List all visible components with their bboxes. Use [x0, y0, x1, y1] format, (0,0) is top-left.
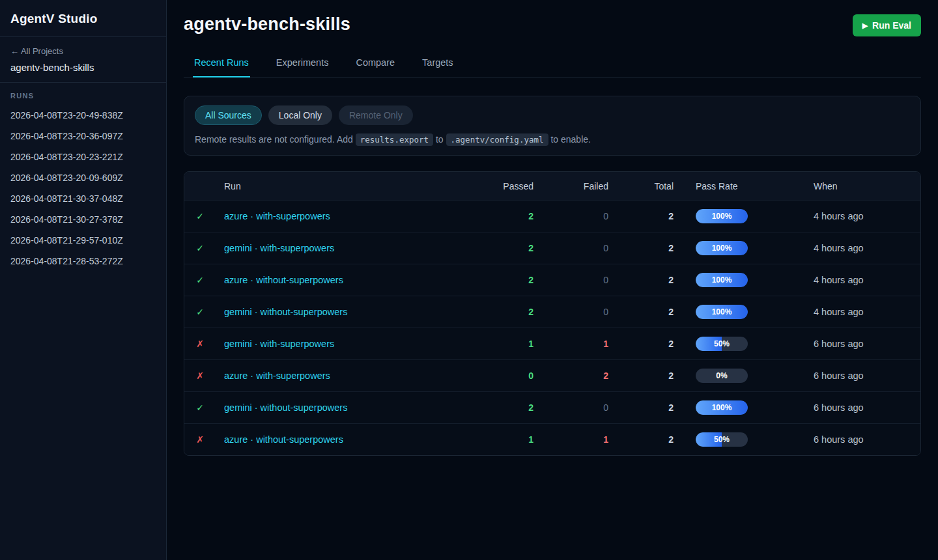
run-cell: gemini · without-superpowers [216, 306, 497, 318]
pass-rate-cell: 100% [696, 241, 814, 255]
sidebar-run-item[interactable]: 2026-04-08T23-20-36-097Z [0, 126, 166, 147]
table-row: ✗gemini · with-superpowers11250%6 hours … [184, 328, 920, 359]
when-cell: 4 hours ago [814, 211, 920, 221]
pass-rate-cell: 100% [696, 305, 814, 319]
sidebar-run-item[interactable]: 2026-04-08T21-28-53-272Z [0, 251, 166, 272]
cross-icon: ✗ [184, 434, 216, 445]
pass-rate-label: 50% [696, 432, 748, 447]
main-header: agentv-bench-skills ▶ Run Eval [184, 14, 921, 36]
run-cell: azure · with-superpowers [216, 210, 497, 222]
total-count: 2 [631, 402, 696, 413]
column-header-when: When [814, 181, 920, 191]
column-header-pass-rate: Pass Rate [696, 181, 814, 191]
table-row: ✗azure · without-superpowers11250%6 hour… [184, 423, 920, 455]
column-header-run: Run [216, 181, 497, 191]
table-row: ✓azure · with-superpowers202100%4 hours … [184, 200, 920, 232]
runs-table-header: Run Passed Failed Total Pass Rate When [184, 172, 920, 200]
total-count: 2 [631, 243, 696, 253]
pass-rate-label: 100% [696, 400, 748, 415]
note-middle: to [436, 134, 444, 145]
run-link[interactable]: azure · without-superpowers [224, 275, 343, 285]
check-icon: ✓ [184, 211, 216, 221]
when-cell: 4 hours ago [814, 243, 920, 253]
passed-count: 1 [497, 339, 556, 349]
check-icon: ✓ [184, 275, 216, 285]
when-cell: 6 hours ago [814, 402, 920, 413]
project-block: ← All Projects agentv-bench-skills [0, 37, 166, 83]
filter-chip-all-sources[interactable]: All Sources [195, 105, 262, 125]
check-icon: ✓ [184, 243, 216, 253]
run-link[interactable]: gemini · with-superpowers [224, 243, 334, 253]
failed-count: 1 [556, 339, 631, 349]
passed-count: 2 [497, 211, 556, 221]
cross-icon: ✗ [184, 371, 216, 381]
sidebar-run-item[interactable]: 2026-04-08T23-20-49-838Z [0, 105, 166, 126]
pass-rate-cell: 0% [696, 369, 814, 383]
failed-count: 2 [556, 371, 631, 381]
run-cell: gemini · without-superpowers [216, 402, 497, 413]
pass-rate-label: 100% [696, 209, 748, 223]
failed-count: 0 [556, 243, 631, 253]
total-count: 2 [631, 339, 696, 349]
table-row: ✓gemini · without-superpowers202100%6 ho… [184, 391, 920, 423]
failed-count: 0 [556, 402, 631, 413]
note-code-config-yaml: .agentv/config.yaml [446, 133, 548, 146]
app-title: AgentV Studio [10, 12, 156, 26]
sidebar-run-item[interactable]: 2026-04-08T21-29-57-010Z [0, 230, 166, 251]
pass-rate-pill: 50% [696, 337, 748, 351]
tab-bar: Recent RunsExperimentsCompareTargets [184, 53, 921, 77]
total-count: 2 [631, 211, 696, 221]
when-cell: 4 hours ago [814, 307, 920, 317]
total-count: 2 [631, 307, 696, 317]
pass-rate-pill: 50% [696, 432, 748, 447]
pass-rate-cell: 100% [696, 400, 814, 415]
table-row: ✓gemini · without-superpowers202100%4 ho… [184, 296, 920, 328]
check-icon: ✓ [184, 307, 216, 317]
note-suffix: to enable. [550, 134, 591, 145]
run-cell: azure · without-superpowers [216, 434, 497, 445]
remote-config-note: Remote results are not configured. Add r… [195, 134, 910, 145]
sidebar-run-item[interactable]: 2026-04-08T21-30-37-048Z [0, 188, 166, 209]
total-count: 2 [631, 371, 696, 381]
passed-count: 2 [497, 275, 556, 285]
run-link[interactable]: gemini · without-superpowers [224, 307, 347, 317]
sidebar-run-item[interactable]: 2026-04-08T23-20-09-609Z [0, 167, 166, 188]
pass-rate-label: 100% [696, 273, 748, 287]
column-header-total: Total [631, 181, 696, 191]
run-link[interactable]: azure · with-superpowers [224, 211, 330, 221]
play-icon: ▶ [862, 22, 868, 29]
passed-count: 1 [497, 434, 556, 445]
tab-experiments[interactable]: Experiments [275, 53, 330, 77]
main-content: agentv-bench-skills ▶ Run Eval Recent Ru… [167, 0, 938, 560]
run-link[interactable]: gemini · with-superpowers [224, 339, 334, 349]
table-row: ✓gemini · with-superpowers202100%4 hours… [184, 232, 920, 264]
sidebar-run-list: 2026-04-08T23-20-49-838Z2026-04-08T23-20… [0, 102, 166, 274]
filter-chip-local-only[interactable]: Local Only [268, 105, 332, 125]
failed-count: 0 [556, 275, 631, 285]
pass-rate-cell: 100% [696, 273, 814, 287]
run-link[interactable]: azure · without-superpowers [224, 434, 343, 445]
table-row: ✓azure · without-superpowers202100%4 hou… [184, 264, 920, 296]
tab-targets[interactable]: Targets [421, 53, 455, 77]
tab-recent-runs[interactable]: Recent Runs [193, 53, 250, 77]
note-code-results-export: results.export [356, 133, 433, 146]
run-eval-label: Run Eval [872, 20, 911, 31]
run-link[interactable]: azure · with-superpowers [224, 371, 330, 381]
total-count: 2 [631, 434, 696, 445]
run-eval-button[interactable]: ▶ Run Eval [853, 14, 921, 36]
run-link[interactable]: gemini · without-superpowers [224, 402, 347, 413]
sidebar-run-item[interactable]: 2026-04-08T21-30-27-378Z [0, 209, 166, 230]
tab-compare[interactable]: Compare [354, 53, 396, 77]
runs-section-label: RUNS [0, 83, 166, 102]
source-filter-chips: All SourcesLocal OnlyRemote Only [195, 105, 910, 125]
source-filter-card: All SourcesLocal OnlyRemote Only Remote … [184, 96, 921, 156]
note-prefix: Remote results are not configured. Add [195, 134, 353, 145]
pass-rate-pill: 100% [696, 209, 748, 223]
pass-rate-pill: 100% [696, 305, 748, 319]
pass-rate-cell: 50% [696, 432, 814, 447]
column-header-passed: Passed [497, 181, 556, 191]
all-projects-back-link[interactable]: ← All Projects [10, 46, 63, 56]
page-title: agentv-bench-skills [184, 14, 350, 35]
pass-rate-pill: 0% [696, 369, 748, 383]
sidebar-run-item[interactable]: 2026-04-08T23-20-23-221Z [0, 147, 166, 167]
